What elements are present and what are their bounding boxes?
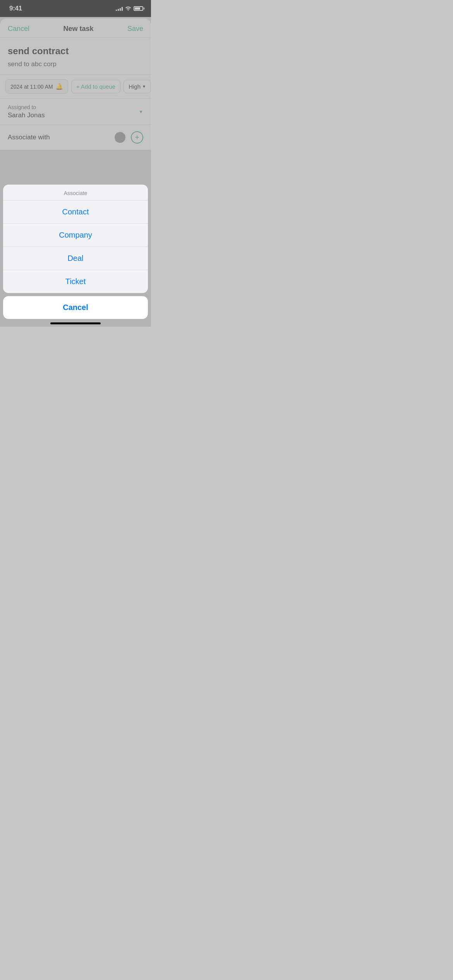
associate-company-button[interactable]: Company — [3, 224, 148, 247]
action-sheet: Associate Contact Company Deal Ticket — [3, 185, 148, 293]
action-sheet-cancel-button[interactable]: Cancel — [3, 296, 148, 319]
action-sheet-cancel-sheet: Cancel — [3, 296, 148, 319]
associate-contact-button[interactable]: Contact — [3, 200, 148, 224]
associate-ticket-button[interactable]: Ticket — [3, 270, 148, 293]
associate-deal-button[interactable]: Deal — [3, 247, 148, 270]
action-sheet-title: Associate — [3, 185, 148, 200]
home-indicator — [50, 322, 101, 324]
action-sheet-container: Associate Contact Company Deal Ticket Ca… — [0, 185, 151, 327]
